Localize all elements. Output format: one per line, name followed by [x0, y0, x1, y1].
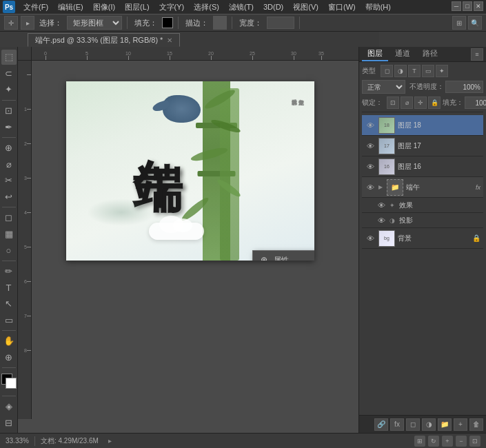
filter-shape-icon[interactable]: ▭: [422, 65, 434, 77]
add-style-button[interactable]: fx: [390, 418, 404, 431]
rotate-canvas-icon[interactable]: ↻: [428, 436, 439, 447]
menu-layer[interactable]: 图层(L): [121, 1, 153, 14]
menu-filter[interactable]: 滤镜(T): [225, 1, 258, 14]
tab-paths[interactable]: 路径: [417, 47, 443, 61]
expand-icon[interactable]: ▸: [21, 16, 34, 30]
menu-image[interactable]: 图像(I): [89, 1, 119, 14]
hand-tool[interactable]: ✋: [1, 334, 17, 349]
background-color[interactable]: [6, 378, 17, 389]
context-menu-item-properties[interactable]: ⊕ 属性: [253, 251, 314, 261]
layer-item-18[interactable]: 👁 18 图层 18: [362, 115, 483, 136]
layer-16-visibility[interactable]: 👁: [365, 161, 376, 172]
arrange-documents-button[interactable]: ⊞: [414, 436, 425, 447]
lock-position-icon[interactable]: ✛: [414, 96, 427, 109]
magic-wand-tool[interactable]: ✦: [1, 82, 17, 97]
layer-item-17[interactable]: 👁 17 图层 17: [362, 136, 483, 156]
layer-item-background[interactable]: 👁 bg 背景 🔒: [362, 228, 483, 249]
quick-mask-tool[interactable]: ◈: [1, 399, 17, 414]
add-mask-button[interactable]: ◻: [406, 418, 420, 431]
stroke-label: 描边：: [183, 18, 210, 28]
panel-content: 类型 ◻ ◑ T ▭ ✦ 正常 不透明度：: [359, 62, 486, 415]
filter-smart-icon[interactable]: ✦: [436, 65, 448, 77]
blend-mode-select[interactable]: 正常: [362, 80, 405, 94]
layer-effect-visibility[interactable]: 👁: [376, 200, 387, 211]
spot-healing-tool[interactable]: ⊕: [1, 141, 17, 156]
eraser-tool[interactable]: ◻: [1, 210, 17, 225]
tab-channels[interactable]: 通道: [389, 47, 416, 61]
close-button[interactable]: ✕: [474, 1, 483, 11]
width-input[interactable]: [267, 17, 294, 29]
menu-view[interactable]: 视图(V): [289, 1, 323, 14]
filter-type-icon[interactable]: T: [408, 65, 421, 77]
zoom-tool[interactable]: ⊕: [1, 350, 17, 365]
select-mode-dropdown[interactable]: 矩形图框: [67, 16, 122, 30]
gradient-tool[interactable]: ▦: [1, 227, 17, 242]
new-group-button[interactable]: 📁: [438, 418, 452, 431]
menu-window[interactable]: 窗口(W): [324, 1, 360, 14]
layer-shadow-visibility[interactable]: 👁: [376, 215, 387, 226]
menu-select[interactable]: 选择(S): [190, 1, 223, 14]
crop-tool[interactable]: ⊡: [1, 103, 17, 119]
layer-bg-visibility[interactable]: 👁: [365, 233, 376, 244]
screen-mode-tool[interactable]: ⊟: [1, 415, 17, 430]
clone-stamp-tool[interactable]: ✂: [1, 173, 17, 188]
menu-file[interactable]: 文件(F): [19, 1, 52, 14]
panel-menu-button[interactable]: ≡: [471, 48, 483, 61]
forward-button[interactable]: ▸: [108, 437, 112, 445]
new-adjustment-button[interactable]: ◑: [422, 418, 436, 431]
fill-input[interactable]: [465, 96, 486, 109]
tab-close-button[interactable]: ✕: [167, 37, 172, 44]
stroke-color-swatch[interactable]: [213, 16, 227, 30]
arrange-icon[interactable]: ⊞: [452, 16, 466, 30]
restore-button[interactable]: □: [463, 1, 472, 11]
lasso-tool[interactable]: ⊂: [1, 66, 17, 81]
brush-tool[interactable]: ⌀: [1, 156, 17, 172]
document-tab[interactable]: 端午.psd @ 33.3% (图层 18, RGB/8) * ✕: [28, 33, 180, 47]
lock-all-icon[interactable]: 🔒: [428, 96, 441, 109]
opacity-input[interactable]: [445, 81, 483, 93]
tab-layers[interactable]: 图层: [362, 47, 388, 61]
type-tool[interactable]: T: [1, 280, 17, 295]
delete-layer-button[interactable]: 🗑: [469, 418, 483, 431]
path-selection-tool[interactable]: ↖: [1, 296, 17, 312]
pen-tool[interactable]: ✏: [1, 264, 17, 279]
shape-tool[interactable]: ▭: [1, 313, 17, 328]
folder-arrow-icon[interactable]: ▶: [378, 184, 383, 190]
opacity-label: 不透明度：: [409, 82, 444, 92]
canvas-content[interactable]: 端午 龙舟竞渡迎端午粽香飘飘庆佳节 ⊕ 属性 ◑: [32, 61, 358, 419]
layer-item-effect[interactable]: 👁 ✦ 效果: [362, 198, 483, 213]
move-tool[interactable]: ✛: [4, 16, 18, 30]
layer-item-16[interactable]: 👁 16 图层 16: [362, 156, 483, 177]
layer-item-shadow[interactable]: 👁 ◑ 投影: [362, 213, 483, 228]
layer-17-visibility[interactable]: 👁: [365, 141, 376, 152]
filter-adjust-icon[interactable]: ◑: [394, 65, 407, 77]
lock-brush-icon[interactable]: ⌀: [401, 96, 413, 109]
selection-tool[interactable]: ⬚: [1, 50, 17, 65]
search-icon[interactable]: 🔍: [468, 16, 482, 30]
menu-type[interactable]: 文字(Y): [155, 1, 189, 14]
new-layer-button[interactable]: +: [454, 418, 467, 431]
fit-screen-button[interactable]: ⊡: [469, 436, 480, 447]
bird-decoration: [163, 95, 201, 123]
link-layers-button[interactable]: 🔗: [374, 418, 388, 431]
fill-color-swatch[interactable]: [162, 17, 173, 28]
zoom-out-button[interactable]: −: [456, 436, 467, 447]
minimize-button[interactable]: ─: [452, 1, 461, 11]
menu-3d[interactable]: 3D(D): [259, 1, 287, 12]
menu-help[interactable]: 帮助(H): [361, 1, 395, 14]
panel-bottom-bar: 🔗 fx ◻ ◑ 📁 + 🗑: [359, 415, 486, 433]
color-swatches[interactable]: [1, 374, 17, 389]
lock-transparent-icon[interactable]: ⊡: [387, 96, 399, 109]
layer-fx-badge: fx: [476, 184, 480, 191]
zoom-in-button[interactable]: +: [442, 436, 453, 447]
filter-pixel-icon[interactable]: ◻: [381, 65, 393, 77]
history-brush-tool[interactable]: ↩: [1, 190, 17, 205]
eyedropper-tool[interactable]: ✒: [1, 119, 17, 134]
layer-duanwu-visibility[interactable]: 👁: [365, 182, 376, 193]
layer-18-visibility[interactable]: 👁: [365, 120, 376, 131]
kind-label: 类型: [362, 66, 376, 76]
layer-bg-thumbnail: bg: [378, 230, 395, 247]
layer-item-duanwu[interactable]: 👁 ▶ 📁 端午 fx: [362, 177, 483, 198]
dodge-tool[interactable]: ○: [1, 243, 17, 258]
menu-edit[interactable]: 编辑(E): [54, 1, 88, 14]
